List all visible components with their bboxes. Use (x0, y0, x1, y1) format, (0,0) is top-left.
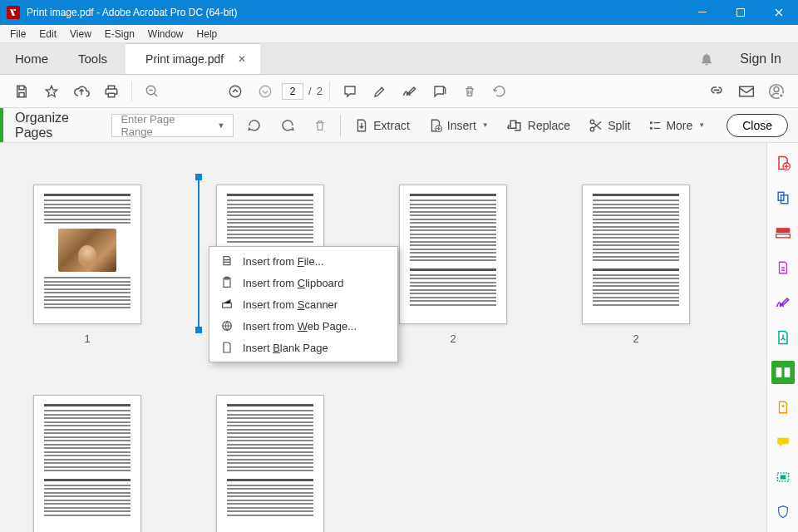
insert-button[interactable]: Insert ▼ (423, 113, 494, 138)
request-signatures-icon[interactable] (771, 326, 795, 349)
rotate-cw-button[interactable] (275, 113, 300, 138)
sign-in-button[interactable]: Sign In (723, 43, 798, 74)
edit-pdf-icon[interactable] (771, 221, 795, 244)
insert-context-menu: Insert from File... Insert from Clipboar… (209, 246, 398, 362)
organize-pages-icon[interactable] (771, 361, 795, 384)
svg-rect-5 (740, 86, 754, 96)
page-range-input[interactable]: Enter Page Range ▼ (111, 114, 234, 137)
create-pdf-icon[interactable] (771, 151, 795, 175)
scanner-icon (219, 297, 234, 312)
document-tab-close-icon[interactable]: ✕ (235, 52, 249, 66)
menubar: File Edit View E-Sign Window Help (0, 25, 798, 43)
page-counter: / 2 (282, 83, 323, 100)
extract-label: Extract (373, 119, 410, 132)
menu-window[interactable]: Window (141, 27, 190, 42)
organize-title: Organize Pages (15, 111, 93, 140)
sign-icon[interactable] (397, 78, 423, 105)
menu-edit[interactable]: Edit (32, 27, 63, 42)
combine-files-icon[interactable] (771, 186, 795, 209)
svg-point-3 (229, 86, 241, 97)
menu-view[interactable]: View (63, 27, 98, 42)
email-icon[interactable] (733, 78, 760, 105)
replace-button[interactable]: Replace (502, 113, 575, 138)
menu-item-label: Insert from Web Page... (243, 320, 357, 332)
protect-icon[interactable] (771, 500, 795, 524)
fill-sign-icon[interactable] (771, 291, 795, 314)
menu-item-label: Insert from Scanner (243, 298, 337, 311)
right-tool-rail (766, 143, 798, 532)
page-thumbnail[interactable]: 1 (33, 185, 141, 345)
tabbar: Home Tools Print image.pdf ✕ Sign In (0, 43, 798, 75)
compress-pdf-icon[interactable] (771, 396, 795, 419)
replace-label: Replace (528, 119, 570, 132)
svg-rect-19 (776, 228, 790, 233)
current-page-input[interactable] (282, 83, 303, 100)
undo-icon[interactable] (486, 78, 513, 105)
insert-from-scanner[interactable]: Insert from Scanner (209, 293, 397, 315)
page-thumbnail[interactable] (216, 395, 324, 532)
stamp-icon[interactable] (426, 78, 453, 105)
insert-label: Insert (447, 119, 476, 132)
blank-page-icon (219, 340, 234, 355)
insert-from-clipboard[interactable]: Insert from Clipboard (209, 272, 397, 293)
home-tab[interactable]: Home (0, 43, 63, 74)
window-title: Print image.pdf - Adobe Acrobat Pro DC (… (27, 7, 683, 18)
star-icon[interactable] (38, 78, 65, 105)
svg-rect-0 (698, 12, 707, 12)
page-thumbnail[interactable]: 2 (399, 185, 507, 345)
close-window-button[interactable] (760, 0, 798, 25)
highlight-icon[interactable] (367, 78, 393, 105)
account-icon[interactable] (763, 78, 790, 105)
menu-file[interactable]: File (3, 27, 32, 42)
print-icon[interactable] (98, 78, 125, 105)
maximize-button[interactable] (722, 0, 760, 25)
menu-item-label: Insert Blank Page (243, 342, 328, 354)
total-pages: 2 (317, 85, 323, 97)
main-toolbar: / 2 (0, 75, 798, 108)
export-pdf-icon[interactable] (771, 256, 795, 279)
save-icon[interactable] (8, 78, 35, 105)
split-button[interactable]: Split (584, 113, 635, 138)
range-placeholder: Enter Page Range (121, 113, 187, 138)
chevron-down-icon: ▼ (482, 121, 489, 129)
menu-esign[interactable]: E-Sign (98, 27, 141, 42)
document-tab[interactable]: Print image.pdf ✕ (126, 43, 260, 74)
svg-rect-1 (737, 9, 745, 17)
insert-from-file[interactable]: Insert from File... (209, 250, 397, 272)
minimize-button[interactable] (683, 0, 722, 25)
svg-rect-23 (780, 475, 786, 480)
close-panel-button[interactable]: Close (727, 114, 788, 137)
page-down-icon[interactable] (252, 78, 278, 105)
notifications-icon[interactable] (690, 43, 723, 74)
cloud-upload-icon[interactable] (68, 78, 95, 105)
page-thumbnail[interactable] (33, 395, 141, 532)
svg-rect-22 (784, 367, 790, 377)
insert-blank-page[interactable]: Insert Blank Page (209, 337, 397, 358)
extract-button[interactable]: Extract (349, 113, 415, 138)
organize-toolbar: Organize Pages Enter Page Range ▼ Extrac… (0, 108, 798, 143)
tools-tab[interactable]: Tools (63, 43, 122, 74)
insert-from-webpage[interactable]: Insert from Web Page... (209, 315, 397, 337)
app-icon (7, 6, 20, 19)
svg-rect-16 (223, 303, 232, 308)
print-production-icon[interactable] (771, 466, 795, 489)
page-up-icon[interactable] (222, 78, 249, 105)
delete-icon[interactable] (456, 78, 483, 105)
menu-item-label: Insert from File... (243, 255, 324, 268)
page-thumbnail[interactable]: 2 (582, 185, 690, 345)
comment-icon[interactable] (337, 78, 363, 105)
split-label: Split (608, 119, 630, 132)
delete-page-button[interactable] (308, 113, 332, 138)
page-sep: / (308, 85, 312, 97)
zoom-out-icon[interactable] (139, 78, 165, 105)
chevron-down-icon: ▼ (218, 121, 225, 130)
organize-accent (0, 108, 3, 142)
svg-rect-21 (776, 367, 781, 377)
menu-help[interactable]: Help (190, 27, 224, 42)
rotate-ccw-button[interactable] (242, 113, 267, 138)
link-icon[interactable] (703, 78, 730, 105)
more-button[interactable]: More ▼ (643, 113, 710, 138)
svg-point-7 (774, 86, 779, 91)
chevron-down-icon: ▼ (698, 121, 705, 129)
comment-tool-icon[interactable] (771, 431, 795, 454)
